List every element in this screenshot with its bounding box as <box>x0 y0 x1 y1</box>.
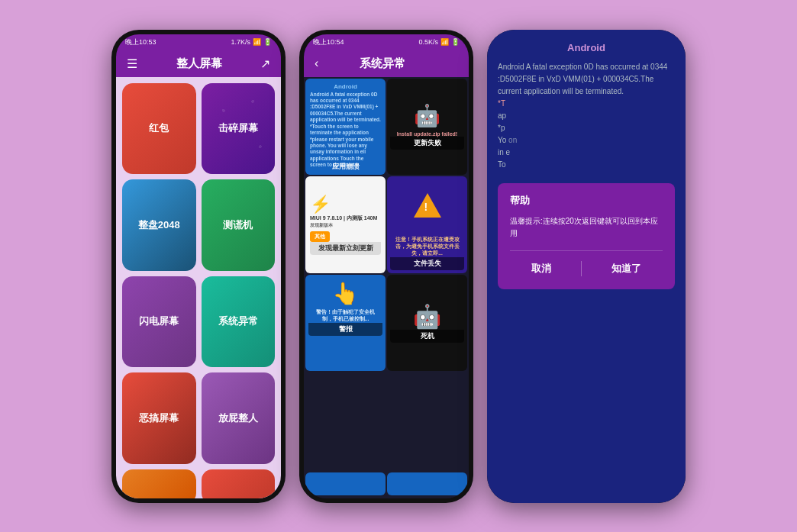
update-label: 更新失败 <box>390 137 464 150</box>
menu-icon[interactable]: ☰ <box>127 56 137 71</box>
share-icon[interactable]: ↗ <box>260 56 270 71</box>
miui-status: 其他 <box>310 231 330 242</box>
grid-cell-lie[interactable]: 测谎机 <box>202 179 276 271</box>
p2-grid: Android Android A fatal exception 0D has… <box>304 77 469 471</box>
app-title: 整人屏幕 <box>176 56 222 71</box>
back-button[interactable]: ‹ <box>315 56 318 70</box>
security-label: 警报 <box>308 323 382 336</box>
p2-cell-miui[interactable]: ⚡ MIUI 9 7.8.10 | 内测版 140M 发现新版本 其他 发现最新… <box>305 176 386 273</box>
crash-text: Android A fatal exception 0D has occurre… <box>310 92 381 169</box>
p3-main-text: Android A fatal exception 0D has occurre… <box>498 61 675 171</box>
confirm-button[interactable]: 知道了 <box>599 259 653 279</box>
grid-cell-flash[interactable]: 闪电屏幕 <box>122 276 196 368</box>
android-robot-icon: 🤖 <box>414 103 440 128</box>
signal-1: 1.7K/s <box>231 38 250 46</box>
filelost-label: 文件丢失 <box>390 257 464 270</box>
p2-cell-update[interactable]: 🤖 Install update.zip failed! 更新失败 <box>387 79 467 176</box>
network-icon: 📶 <box>253 38 261 46</box>
miui-version: MIUI 9 7.8.10 | 内测版 140M <box>310 214 377 222</box>
p2-title: 系统异常 <box>360 56 405 71</box>
phone-3: Android Android A fatal exception 0D has… <box>487 30 686 503</box>
signal-2: 0.5K/s <box>418 38 438 46</box>
dialog-title: 帮助 <box>510 194 663 208</box>
cancel-button[interactable]: 取消 <box>519 259 563 279</box>
security-text: 警告！由于触犯了安全机制，手机已被控制... <box>308 309 382 323</box>
p2-cell-filelost[interactable]: 注意！手机系统正在遭受攻击，为避免手机系统文件丢失，请立即... 文件丢失 <box>387 176 467 273</box>
phone-1: 晚上10:53 1.7K/s 📶 🔋 ☰ 整人屏幕 ↗ 红包 击碎屏幕 <box>111 30 286 503</box>
time-1: 晚上10:53 <box>125 37 156 47</box>
phone-2: 晚上10:54 0.5K/s 📶 🔋 ‹ 系统异常 Android Androi… <box>299 30 473 503</box>
p2-cell-crash[interactable]: Android Android A fatal exception 0D has… <box>305 79 386 176</box>
dead-label: 死机 <box>390 330 464 343</box>
top-nav-2: ‹ 系统异常 <box>304 50 469 77</box>
dialog-divider <box>581 261 582 276</box>
p2-bottom-cell-1[interactable] <box>305 472 386 495</box>
p2-cell-dead[interactable]: 🤖 死机 <box>387 275 467 372</box>
warning-icon <box>414 193 441 218</box>
grid-cell-partial-1[interactable] <box>122 469 196 498</box>
p2-bottom-row <box>304 471 469 498</box>
p3-screen: Android Android A fatal exception 0D has… <box>487 30 686 503</box>
grid-cell-fart[interactable]: 放屁整人 <box>202 372 276 464</box>
miui-sub: 发现新版本 <box>310 222 333 229</box>
dead-robot-icon: 🤖 <box>413 303 441 330</box>
battery-icon-2: 🔋 <box>451 38 460 46</box>
p2-cell-security[interactable]: 👆 警告！由于触犯了安全机制，手机已被控制... 警报 <box>305 275 386 372</box>
grid-cell-sysabn[interactable]: 系统异常 <box>202 276 276 368</box>
battery-icon: 🔋 <box>263 38 272 46</box>
crash-label: 应用崩溃 <box>305 162 386 172</box>
fingerprint-icon: 👆 <box>332 281 359 306</box>
grid-cell-prank[interactable]: 恶搞屏幕 <box>122 372 196 464</box>
grid-cell-partial-2[interactable] <box>202 469 276 498</box>
grid-cell-hongbao[interactable]: 红包 <box>122 83 196 175</box>
p2-bottom-cell-2[interactable] <box>387 472 467 495</box>
top-nav-1: ☰ 整人屏幕 ↗ <box>116 50 281 77</box>
app-grid: 红包 击碎屏幕 整盘2048 测谎机 闪电屏幕 <box>116 77 281 498</box>
p2-content: Android Android A fatal exception 0D has… <box>304 77 469 498</box>
dialog-box: 帮助 温馨提示:连续按20次返回键就可以回到本应用 取消 知道了 <box>498 183 675 289</box>
status-bar-1: 晚上10:53 1.7K/s 📶 🔋 <box>116 34 281 50</box>
p3-android-title: Android <box>498 42 675 53</box>
grid-cell-2048[interactable]: 整盘2048 <box>122 179 196 271</box>
dialog-buttons: 取消 知道了 <box>510 250 663 279</box>
network-icon-2: 📶 <box>440 38 449 46</box>
crash-android-title: Android <box>310 83 381 90</box>
filelost-text: 注意！手机系统正在遭受攻击，为避免手机系统文件丢失，请立即... <box>390 237 464 257</box>
lightning-icon: ⚡ <box>310 195 331 214</box>
status-bar-2: 晚上10:54 0.5K/s 📶 🔋 <box>304 34 469 50</box>
time-2: 晚上10:54 <box>313 37 344 47</box>
miui-label: 发现最新立刻更新 <box>310 242 381 255</box>
grid-cell-smash[interactable]: 击碎屏幕 <box>202 83 276 175</box>
dialog-body: 温馨提示:连续按20次返回键就可以回到本应用 <box>510 215 663 240</box>
